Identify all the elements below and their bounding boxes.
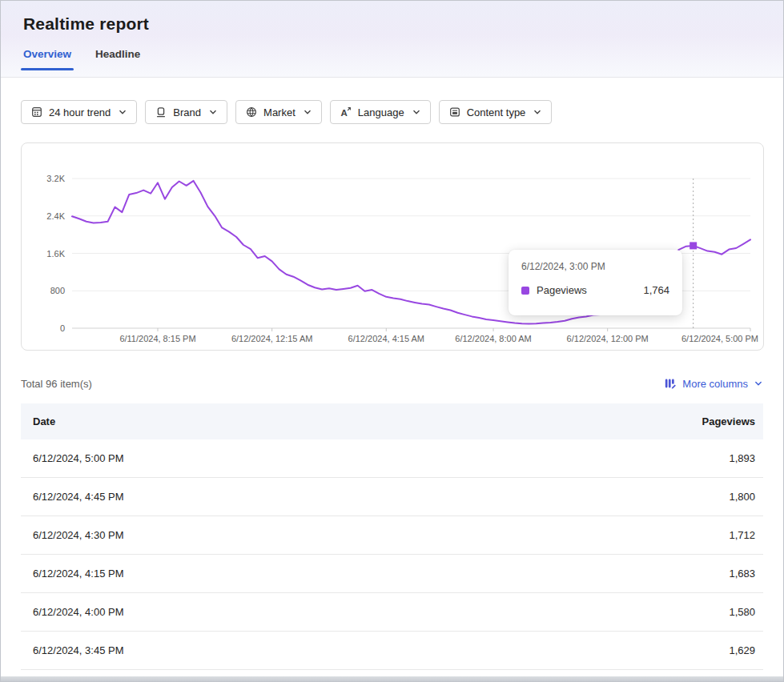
- cell-date: 6/12/2024, 5:00 PM: [33, 452, 123, 464]
- chevron-down-icon: [533, 107, 542, 117]
- columns-edit-icon: [664, 377, 677, 390]
- brand-icon: [155, 106, 167, 118]
- chevron-down-icon: [118, 107, 127, 117]
- svg-text:3.2K: 3.2K: [46, 174, 65, 183]
- tab-overview[interactable]: Overview: [23, 45, 71, 70]
- svg-text:6/12/2024, 12:00 PM: 6/12/2024, 12:00 PM: [567, 334, 649, 343]
- svg-text:6/12/2024, 4:15 AM: 6/12/2024, 4:15 AM: [348, 334, 424, 343]
- chevron-down-icon: [303, 107, 312, 117]
- window-bottom-edge: [1, 676, 783, 681]
- more-columns-label: More columns: [682, 378, 748, 390]
- tooltip-timestamp: 6/12/2024, 3:00 PM: [521, 261, 669, 272]
- svg-text:6/11/2024, 8:15 PM: 6/11/2024, 8:15 PM: [119, 334, 195, 343]
- table-row: 6/12/2024, 3:45 PM1,629: [21, 632, 763, 670]
- translate-icon: A: [340, 106, 352, 118]
- more-columns-button[interactable]: More columns: [664, 377, 763, 390]
- column-header-date: Date: [33, 415, 55, 427]
- svg-text:0: 0: [60, 323, 65, 333]
- series-swatch: [521, 287, 529, 295]
- svg-text:2.4K: 2.4K: [46, 211, 65, 221]
- column-header-pageviews: Pageviews: [702, 415, 756, 427]
- page-title: Realtime report: [23, 14, 783, 34]
- cell-date: 6/12/2024, 4:45 PM: [33, 491, 123, 503]
- calendar-icon: [30, 106, 43, 118]
- filter-label: 24 hour trend: [49, 106, 111, 118]
- tooltip-series-value: 1,764: [643, 284, 669, 296]
- svg-text:800: 800: [50, 286, 65, 295]
- table-header-row: Date Pageviews: [21, 403, 763, 439]
- pageviews-line-chart[interactable]: 3.2K2.4K1.6K80006/11/2024, 8:15 PM6/12/2…: [22, 143, 763, 350]
- pageviews-table: Date Pageviews 6/12/2024, 5:00 PM1,8936/…: [21, 403, 763, 670]
- tab-bar: OverviewHeadline: [23, 45, 783, 70]
- svg-text:6/12/2024, 5:00 PM: 6/12/2024, 5:00 PM: [681, 334, 758, 343]
- globe-icon: [245, 106, 258, 118]
- realtime-report-page: Realtime report OverviewHeadline 24 hour…: [0, 0, 784, 682]
- cell-pageviews: 1,800: [729, 491, 755, 503]
- total-items-label: Total 96 item(s): [21, 378, 92, 390]
- brand-filter-button[interactable]: Brand: [145, 100, 227, 124]
- table-row: 6/12/2024, 5:00 PM1,893: [21, 439, 763, 478]
- page-header: Realtime report OverviewHeadline: [1, 1, 783, 78]
- cell-date: 6/12/2024, 3:45 PM: [33, 644, 123, 656]
- table-row: 6/12/2024, 4:45 PM1,800: [21, 478, 763, 516]
- chevron-down-icon: [412, 107, 421, 117]
- cell-pageviews: 1,683: [729, 568, 755, 580]
- chart-card: 3.2K2.4K1.6K80006/11/2024, 8:15 PM6/12/2…: [21, 142, 764, 351]
- cell-date: 6/12/2024, 4:15 PM: [33, 568, 123, 580]
- table-row: 6/12/2024, 4:15 PM1,683: [21, 555, 763, 593]
- filter-label: Content type: [467, 106, 526, 118]
- table-toolbar: Total 96 item(s) More columns: [21, 375, 763, 392]
- market-filter-button[interactable]: Market: [235, 100, 322, 124]
- cell-pageviews: 1,712: [729, 529, 755, 541]
- hover-marker: [690, 242, 697, 249]
- language-filter-button[interactable]: ALanguage: [330, 100, 431, 124]
- cell-pageviews: 1,629: [729, 644, 755, 656]
- 24-hour-trend-filter-button[interactable]: 24 hour trend: [21, 100, 137, 124]
- chevron-down-icon: [208, 107, 218, 117]
- svg-text:A: A: [340, 108, 347, 118]
- cell-pageviews: 1,893: [729, 452, 755, 464]
- table-row: 6/12/2024, 4:30 PM1,712: [21, 516, 763, 555]
- chevron-down-icon: [754, 379, 763, 388]
- svg-text:1.6K: 1.6K: [46, 249, 65, 259]
- filter-label: Language: [358, 106, 404, 118]
- table-row: 6/12/2024, 4:00 PM1,580: [21, 593, 763, 632]
- svg-text:6/12/2024, 12:15 AM: 6/12/2024, 12:15 AM: [231, 334, 313, 343]
- filter-bar: 24 hour trendBrandMarketALanguageContent…: [21, 100, 783, 124]
- svg-text:6/12/2024, 8:00 AM: 6/12/2024, 8:00 AM: [455, 334, 531, 343]
- content-type-filter-button[interactable]: Content type: [439, 100, 553, 124]
- tooltip-series-label: Pageviews: [537, 284, 636, 296]
- tab-headline[interactable]: Headline: [95, 45, 140, 70]
- filter-label: Brand: [173, 106, 201, 118]
- cell-date: 6/12/2024, 4:30 PM: [33, 529, 123, 541]
- content-type-icon: [448, 106, 461, 118]
- filter-label: Market: [263, 106, 296, 118]
- chart-tooltip: 6/12/2024, 3:00 PM Pageviews 1,764: [509, 250, 682, 315]
- cell-pageviews: 1,580: [729, 606, 755, 618]
- cell-date: 6/12/2024, 4:00 PM: [33, 606, 123, 618]
